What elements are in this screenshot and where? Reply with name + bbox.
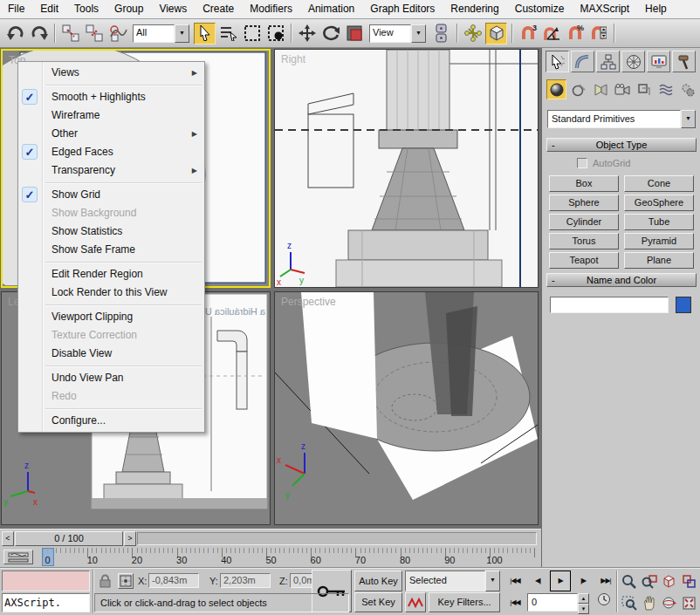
redo-icon[interactable] xyxy=(28,23,50,44)
primitive-category-value[interactable]: Standard Primitives xyxy=(547,110,681,128)
absolute-mode-toggle[interactable] xyxy=(118,573,134,589)
zoom-region-button[interactable] xyxy=(620,593,638,612)
use-pivot-point-center-icon[interactable] xyxy=(430,23,452,44)
object-type-button[interactable]: GeoSphere xyxy=(624,195,694,211)
rectangular-selection-region-icon[interactable] xyxy=(241,23,263,44)
select-object-button[interactable] xyxy=(194,23,216,44)
context-menu-item[interactable]: Show Background xyxy=(18,204,204,222)
selection-lock-icon[interactable] xyxy=(99,574,112,588)
menu-bar-item[interactable]: Tools xyxy=(66,0,106,18)
category-cameras-icon[interactable] xyxy=(612,79,632,99)
next-frame-arrow[interactable]: > xyxy=(124,531,136,546)
tab-hierarchy[interactable] xyxy=(596,51,620,72)
tab-motion[interactable] xyxy=(621,51,645,72)
angle-snap-toggle-icon[interactable] xyxy=(540,23,562,44)
viewport-perspective[interactable]: z x y Perspective xyxy=(274,291,539,525)
spinner-down-icon[interactable]: ▼ xyxy=(578,604,589,614)
spinner-snap-toggle-icon[interactable] xyxy=(587,23,609,44)
time-slider-track[interactable] xyxy=(137,532,537,545)
z-coordinate-field[interactable]: 0,0m xyxy=(290,573,312,588)
context-menu-item[interactable]: Views ▶ xyxy=(18,64,204,82)
viewport-right-label[interactable]: Right xyxy=(281,53,305,65)
pan-hand-button[interactable] xyxy=(640,593,658,612)
x-coordinate-field[interactable]: -0,843m xyxy=(148,573,199,588)
tab-modify[interactable] xyxy=(571,51,594,72)
menu-bar-item[interactable]: Help xyxy=(637,0,675,18)
context-menu-item[interactable]: Texture Correction xyxy=(18,326,204,345)
play-button[interactable]: ▶ xyxy=(550,571,571,591)
snap-3d-toggle-icon[interactable]: 3 xyxy=(517,23,539,44)
menu-bar-item[interactable]: Create xyxy=(195,0,242,18)
default-in-out-tangents-button[interactable] xyxy=(405,592,426,612)
set-key-button[interactable]: Set Key xyxy=(354,592,402,612)
menu-bar-item[interactable]: Customize xyxy=(507,0,573,18)
maxscript-listener-input[interactable]: AXScript. xyxy=(2,593,90,612)
context-menu-item[interactable]: Show Safe Frame xyxy=(18,241,204,259)
context-menu-item[interactable]: Transparency ▶ xyxy=(18,161,204,180)
zoom-button[interactable] xyxy=(620,571,638,591)
context-menu-item[interactable]: Wireframe xyxy=(18,106,204,125)
previous-frame-arrow[interactable]: < xyxy=(2,531,14,546)
select-by-name-icon[interactable] xyxy=(217,23,239,44)
time-configuration-button[interactable] xyxy=(594,592,614,613)
context-menu-item[interactable]: Show Statistics xyxy=(18,222,204,241)
arc-rotate-button[interactable] xyxy=(660,593,678,612)
context-menu-item[interactable]: Redo xyxy=(18,387,204,406)
dropdown-arrow-icon[interactable]: ▼ xyxy=(411,24,426,43)
menu-bar-item[interactable]: File xyxy=(0,0,32,18)
track-bar-ruler[interactable]: 0102030405060708090100 xyxy=(35,548,539,567)
zoom-all-button[interactable] xyxy=(640,571,658,591)
select-and-move-icon[interactable] xyxy=(296,23,318,44)
select-and-scale-icon[interactable] xyxy=(343,23,365,44)
bind-to-space-warp-icon[interactable] xyxy=(106,23,128,44)
maxscript-listener-output[interactable] xyxy=(2,571,90,591)
menu-bar-item[interactable]: Rendering xyxy=(443,0,506,18)
object-type-button[interactable]: Torus xyxy=(549,233,619,249)
tab-create[interactable] xyxy=(546,51,569,72)
selection-set-dropdown[interactable]: Selected ▼ xyxy=(405,571,500,591)
maximize-viewport-toggle[interactable] xyxy=(680,593,698,612)
primitive-category-dropdown[interactable]: Standard Primitives ▼ xyxy=(547,110,696,128)
window-crossing-icon[interactable] xyxy=(264,23,286,44)
dropdown-arrow-icon[interactable]: ▼ xyxy=(681,110,696,128)
spinner-up-icon[interactable]: ▲ xyxy=(578,593,589,604)
dropdown-arrow-icon[interactable]: ▼ xyxy=(175,24,189,43)
object-color-swatch[interactable] xyxy=(676,297,691,313)
autogrid-checkbox[interactable] xyxy=(577,158,587,168)
context-menu-item[interactable]: Edit Render Region xyxy=(18,265,204,284)
snaps-toggle-button[interactable] xyxy=(485,23,507,44)
category-lights-icon[interactable] xyxy=(590,79,610,99)
context-menu-item[interactable]: Viewport Clipping xyxy=(18,308,204,326)
select-and-link-icon[interactable] xyxy=(59,23,81,44)
context-menu-item[interactable]: Disable View xyxy=(18,345,204,363)
selection-set-value[interactable]: Selected xyxy=(405,571,485,591)
menu-bar-item[interactable]: Edit xyxy=(32,0,66,18)
auto-key-button[interactable]: Auto Key xyxy=(354,571,402,591)
selection-filter-dropdown[interactable]: All ▼ xyxy=(133,24,189,43)
current-frame-field[interactable]: 0 xyxy=(527,593,578,612)
context-menu-item[interactable]: Other ▶ xyxy=(18,125,204,143)
object-type-button[interactable]: Tube xyxy=(624,214,694,230)
menu-bar-item[interactable]: Group xyxy=(106,0,151,18)
object-type-button[interactable]: Teapot xyxy=(549,252,619,269)
object-type-button[interactable]: Box xyxy=(549,175,619,192)
name-and-color-rollout[interactable]: - Name and Color xyxy=(546,273,697,287)
tab-display[interactable] xyxy=(647,51,670,72)
category-helpers-icon[interactable] xyxy=(634,79,654,99)
object-type-button[interactable]: Cone xyxy=(624,175,694,192)
next-frame-button[interactable]: |▶ xyxy=(573,571,594,591)
dropdown-arrow-icon[interactable]: ▼ xyxy=(485,571,500,591)
category-systems-icon[interactable] xyxy=(677,79,697,99)
select-and-manipulate-icon[interactable] xyxy=(462,23,484,44)
zoom-extents-button[interactable] xyxy=(660,571,678,591)
object-type-button[interactable]: Plane xyxy=(624,252,694,269)
y-coordinate-field[interactable]: 2,203m xyxy=(220,573,271,588)
menu-bar-item[interactable]: Views xyxy=(151,0,195,18)
viewport-right[interactable]: z x y Right xyxy=(274,49,539,288)
tab-utilities[interactable] xyxy=(672,51,696,72)
frame-spinner[interactable]: ▲ ▼ xyxy=(578,593,589,612)
time-slider-handle[interactable]: 0 / 100 xyxy=(15,531,123,546)
reference-coordinate-system-dropdown[interactable]: View ▼ xyxy=(369,24,426,43)
previous-frame-button[interactable]: ◀| xyxy=(527,571,548,591)
key-mode-toggle[interactable]: |◀◀ xyxy=(504,592,525,613)
